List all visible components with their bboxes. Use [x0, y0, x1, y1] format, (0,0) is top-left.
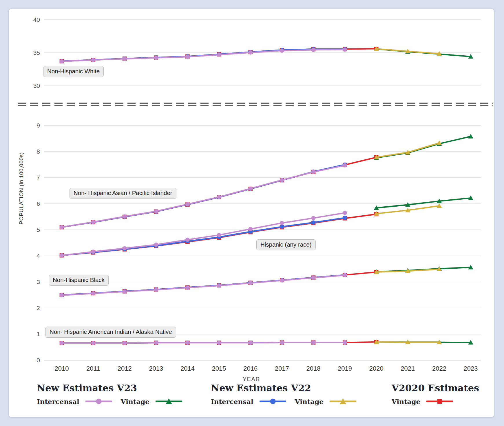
- x-tick-label: 2014: [180, 365, 195, 372]
- series-v22_vintage-non-hispanic-asian-pacific-islander: [374, 141, 442, 159]
- series-line: [376, 198, 471, 208]
- legend-items-row: Vintage: [392, 397, 479, 405]
- series-v22_vintage-non-hispanic-white: [374, 46, 442, 56]
- x-tick-label: 2018: [306, 365, 320, 372]
- legend-swatch-circle: [85, 397, 112, 405]
- legend-item-v22_intercensal: Intercensal: [211, 397, 286, 405]
- y-tick-label: 35: [33, 49, 40, 56]
- x-tick-label: 2023: [464, 365, 478, 372]
- population-trend-chart: 4035309876543210201020112012201320142015…: [0, 0, 504, 426]
- x-tick-label: 2016: [243, 365, 258, 372]
- x-tick-label: 2017: [275, 365, 289, 372]
- legend-group-new-estimates-v22: New Estimates V22IntercensalVintage: [211, 383, 365, 405]
- circle-marker: [60, 59, 64, 63]
- circle-marker: [217, 195, 221, 199]
- x-tick-label: 2011: [86, 365, 100, 372]
- circle-marker: [123, 341, 127, 345]
- legend-group-title: New Estimates V22: [211, 383, 365, 394]
- legend-swatch-square: [426, 397, 453, 405]
- circle-marker: [123, 290, 127, 294]
- axis-break-marks: [18, 103, 493, 106]
- circle-marker: [343, 163, 347, 168]
- circle-marker: [217, 341, 221, 345]
- legend-item-label: Intercensal: [37, 398, 79, 405]
- legend-group-title: V2020 Estimates: [392, 383, 479, 394]
- circle-marker: [123, 214, 127, 219]
- x-tick-label: 2012: [118, 365, 132, 372]
- circle-marker: [154, 56, 158, 60]
- circle-marker: [60, 225, 64, 230]
- annotation-non-hispanic-black: Non-Hispanic Black: [49, 275, 109, 286]
- circle-marker: [217, 53, 221, 57]
- x-tick-label: 2022: [432, 365, 446, 372]
- circle-marker: [91, 58, 95, 62]
- circle-marker: [185, 238, 190, 242]
- legend-item-label: Vintage: [295, 398, 324, 405]
- legend-items-row: IntercensalVintage: [37, 397, 191, 405]
- circle-marker: [154, 288, 158, 292]
- circle-marker: [280, 278, 284, 283]
- circle-marker: [185, 286, 190, 290]
- series-line: [62, 50, 345, 61]
- circle-marker: [248, 281, 253, 285]
- y-tick-label: 4: [36, 252, 40, 259]
- legend-item-v22_vintage: Vintage: [295, 397, 356, 405]
- circle-marker: [123, 57, 127, 61]
- circle-marker: [311, 48, 316, 52]
- series-v23_intercensal-non-hispanic-american-indian-alaska-native: [60, 341, 347, 345]
- legend-swatch-triangle: [156, 397, 182, 405]
- legend-item-v23_vintage: Vintage: [121, 397, 182, 405]
- y-tick-label: 3: [36, 278, 40, 285]
- legend-item-label: Intercensal: [211, 398, 253, 405]
- y-tick-label: 9: [36, 122, 40, 129]
- series-v23_intercensal-hispanic-any-race: [60, 211, 347, 257]
- x-tick-label: 2019: [338, 365, 352, 372]
- circle-marker: [280, 221, 284, 225]
- x-tick-label: 2020: [369, 365, 384, 372]
- y-tick-label: 8: [36, 148, 40, 155]
- x-axis-title: YEAR: [243, 376, 260, 383]
- circle-marker: [311, 170, 316, 174]
- circle-marker: [280, 225, 284, 229]
- legend-swatch-marker: [270, 399, 275, 404]
- legend-item-label: Vintage: [392, 398, 420, 405]
- annotation-non-hispanic-american-indian-alaska-native: Non- Hispanic American Indian / Alaska N…: [45, 327, 176, 338]
- circle-marker: [185, 202, 190, 207]
- circle-marker: [91, 250, 95, 254]
- circle-marker: [91, 220, 95, 224]
- y-tick-label: 1: [36, 331, 40, 337]
- x-tick-label: 2013: [149, 365, 163, 372]
- series-v22_vintage-non-hispanic-black: [374, 267, 442, 274]
- legend-swatch-marker: [96, 399, 101, 404]
- series-v23_intercensal-non-hispanic-white: [60, 48, 347, 63]
- circle-marker: [217, 283, 221, 288]
- circle-marker: [91, 341, 95, 345]
- legend-group-title: New Estimates V23: [37, 383, 191, 394]
- circle-marker: [248, 227, 253, 231]
- y-tick-label: 2: [36, 305, 40, 311]
- series-group-non-hispanic-black: [60, 265, 473, 297]
- series-line: [62, 343, 345, 343]
- circle-marker: [185, 55, 190, 59]
- page: 4035309876543210201020112012201320142015…: [0, 0, 504, 426]
- legend-swatch-triangle: [330, 397, 356, 405]
- legend-group-v2020-estimates: V2020 EstimatesVintage: [392, 383, 479, 405]
- circle-marker: [343, 341, 347, 345]
- legend-swatch-marker: [437, 399, 442, 404]
- circle-marker: [280, 178, 284, 182]
- circle-marker: [280, 48, 284, 53]
- series-v22_vintage-non-hispanic-american-indian-alaska-native: [374, 339, 442, 344]
- circle-marker: [60, 341, 64, 345]
- circle-marker: [185, 341, 190, 345]
- y-tick-label: 6: [36, 200, 40, 207]
- x-tick-label: 2021: [401, 365, 415, 372]
- circle-marker: [311, 341, 316, 345]
- x-axis-labels: 2010201120122013201420152016201720182019…: [55, 365, 478, 372]
- series-group-non-hispanic-white: [60, 46, 473, 63]
- series-v23_vintage-non-hispanic-black: [374, 265, 473, 274]
- y-tick-label: 40: [33, 16, 40, 23]
- circle-marker: [248, 187, 253, 191]
- circle-marker: [311, 216, 316, 220]
- annotation-non-hispanic-asian-pacific-islander: Non- Hispanic Asian / Pacific Islander: [70, 188, 176, 199]
- circle-marker: [154, 243, 158, 247]
